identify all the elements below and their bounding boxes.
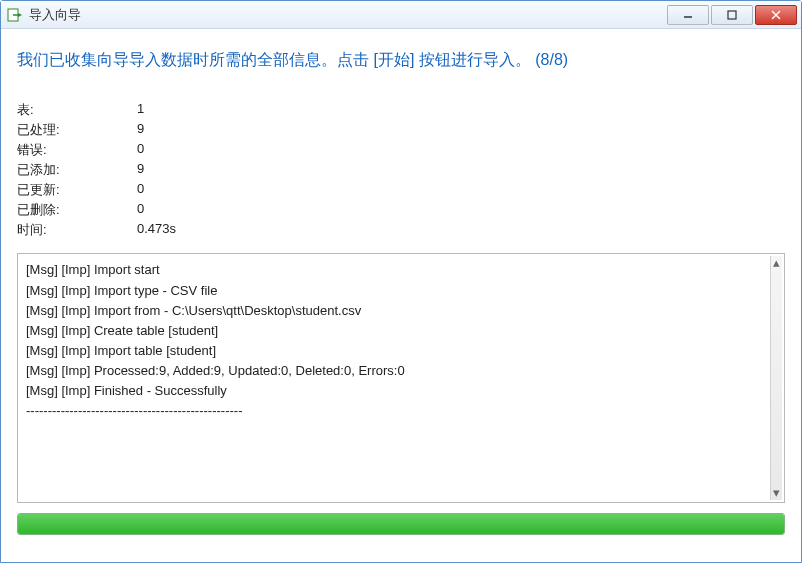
stat-label-errors: 错误: xyxy=(17,141,137,159)
stat-value-updated: 0 xyxy=(137,181,785,199)
close-button[interactable] xyxy=(755,5,797,25)
log-line: ----------------------------------------… xyxy=(26,401,776,421)
stat-label-updated: 已更新: xyxy=(17,181,137,199)
log-content: [Msg] [Imp] Import start[Msg] [Imp] Impo… xyxy=(26,260,776,421)
stat-value-deleted: 0 xyxy=(137,201,785,219)
maximize-button[interactable] xyxy=(711,5,753,25)
stat-label-tables: 表: xyxy=(17,101,137,119)
headline-text: 我们已收集向导导入数据时所需的全部信息。点击 [开始] 按钮进行导入。 (8/8… xyxy=(17,49,785,71)
titlebar: 导入向导 xyxy=(1,1,801,29)
scroll-up-icon[interactable]: ▴ xyxy=(771,256,782,270)
stat-value-tables: 1 xyxy=(137,101,785,119)
stat-value-time: 0.473s xyxy=(137,221,785,239)
svg-rect-3 xyxy=(728,11,736,19)
app-icon xyxy=(7,7,23,23)
content-area: 我们已收集向导导入数据时所需的全部信息。点击 [开始] 按钮进行导入。 (8/8… xyxy=(1,29,801,562)
scroll-down-icon[interactable]: ▾ xyxy=(771,486,782,500)
progress-bar xyxy=(17,513,785,535)
progress-fill xyxy=(18,514,784,534)
stat-value-processed: 9 xyxy=(137,121,785,139)
log-line: [Msg] [Imp] Import start xyxy=(26,260,776,280)
window-title: 导入向导 xyxy=(29,6,665,24)
log-textarea[interactable]: [Msg] [Imp] Import start[Msg] [Imp] Impo… xyxy=(17,253,785,503)
stat-label-processed: 已处理: xyxy=(17,121,137,139)
minimize-button[interactable] xyxy=(667,5,709,25)
log-line: [Msg] [Imp] Create table [student] xyxy=(26,321,776,341)
log-line: [Msg] [Imp] Import type - CSV file xyxy=(26,281,776,301)
stat-label-time: 时间: xyxy=(17,221,137,239)
log-scrollbar[interactable]: ▴ ▾ xyxy=(770,256,782,500)
stat-value-added: 9 xyxy=(137,161,785,179)
window-controls xyxy=(665,5,797,25)
log-line: [Msg] [Imp] Processed:9, Added:9, Update… xyxy=(26,361,776,381)
stats-grid: 表: 1 已处理: 9 错误: 0 已添加: 9 已更新: 0 已删除: 0 时… xyxy=(17,101,785,239)
log-line: [Msg] [Imp] Import table [student] xyxy=(26,341,776,361)
log-line: [Msg] [Imp] Import from - C:\Users\qtt\D… xyxy=(26,301,776,321)
stat-label-deleted: 已删除: xyxy=(17,201,137,219)
stat-value-errors: 0 xyxy=(137,141,785,159)
log-line: [Msg] [Imp] Finished - Successfully xyxy=(26,381,776,401)
import-wizard-window: 导入向导 我们已收集向导导入数据时所需的全部信息。点击 [开始] 按钮进行导入。… xyxy=(0,0,802,563)
stat-label-added: 已添加: xyxy=(17,161,137,179)
